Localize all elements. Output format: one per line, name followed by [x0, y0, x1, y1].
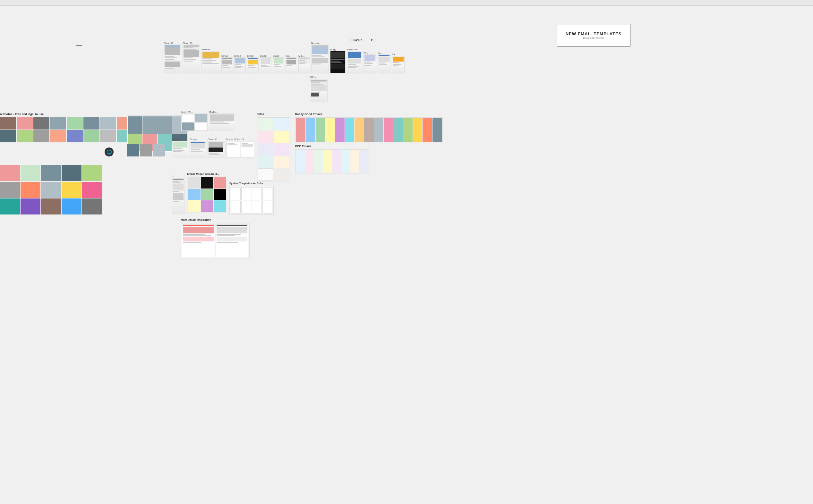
thumb-item-w2[interactable]: W...	[377, 51, 390, 73]
thumb-label-intr: Intr...	[285, 55, 291, 57]
photo-cell[interactable]	[62, 165, 81, 181]
photo-cell[interactable]	[17, 117, 33, 130]
thumb-more-email-inspiration[interactable]	[181, 223, 250, 258]
thumb-email1[interactable]	[221, 57, 233, 73]
free-photos-label: n Photos - Free and legal to use	[0, 113, 44, 116]
thumb-item-clean-c2[interactable]: Clean C...	[182, 42, 200, 73]
photo-cell[interactable]	[17, 130, 33, 142]
thumb-item-edgy[interactable]: Edgy	[330, 48, 345, 73]
thumb-intr[interactable]	[285, 57, 297, 73]
new-email-templates-title: NEW EMAIL TEMPLATES	[566, 31, 622, 36]
photo-cell[interactable]	[41, 198, 61, 214]
elegant-row: Elegant ... Simple ...	[172, 138, 255, 158]
thumb-item-ba[interactable]: Ba...	[392, 53, 404, 73]
thumb-newsle[interactable]	[201, 51, 220, 73]
thumb-salsa[interactable]	[257, 117, 290, 181]
photo-cell[interactable]	[50, 130, 66, 142]
thumb-label-w1: W...	[363, 51, 368, 54]
thumb-item-newsle[interactable]: Newsle...	[201, 48, 220, 73]
thumb-w2[interactable]	[377, 54, 390, 73]
globe-icon: 🌐	[105, 147, 114, 156]
photo-cell[interactable]	[67, 117, 83, 130]
n-thumb-item[interactable]: N...	[172, 172, 184, 214]
photo-cell[interactable]	[21, 198, 40, 214]
photo-cell[interactable]	[100, 117, 116, 130]
thumb-item-moder[interactable]: Moder...	[209, 111, 235, 131]
photo-cell[interactable]	[0, 165, 20, 181]
photo-cell[interactable]	[33, 130, 49, 142]
small-thumb-row	[127, 144, 165, 156]
thumb-email3[interactable]	[247, 57, 258, 73]
thumb-newsle2[interactable]	[311, 45, 329, 73]
photo-cell[interactable]	[50, 117, 66, 130]
photo-cell[interactable]	[83, 117, 99, 130]
photo-cell[interactable]	[62, 198, 81, 214]
thumb-ba[interactable]	[392, 56, 404, 73]
small-thumb[interactable]	[140, 144, 152, 156]
thumb-item-min[interactable]: Min...	[298, 55, 310, 73]
photo-cell[interactable]	[82, 182, 102, 198]
thumb-more-mo[interactable]	[181, 113, 207, 131]
thumb-item-clean-c3[interactable]: Clean C...	[207, 138, 224, 158]
photo-cell[interactable]	[41, 165, 61, 181]
thumb-item-newsle2[interactable]: Newsle...	[311, 42, 329, 73]
thumb-email2[interactable]	[234, 57, 246, 73]
thumb-edgy[interactable]	[330, 51, 345, 73]
thumb-item-welcome[interactable]: Welcome	[347, 48, 362, 73]
thumb-item-w1[interactable]: W...	[363, 51, 376, 73]
thumb-item-email3[interactable]: Email	[247, 55, 258, 73]
photo-cell[interactable]	[41, 182, 61, 198]
small-thumb[interactable]	[127, 144, 139, 156]
thumb-item-simple1[interactable]: Simple ...	[190, 138, 206, 158]
new-email-templates-box[interactable]: NEW EMAIL TEMPLATES Designed by Contact	[557, 24, 631, 46]
thumb-item-clean-c1[interactable]: Clean C...	[164, 42, 181, 73]
thumb-item-email5[interactable]: Email	[273, 55, 284, 73]
left-photo-grid	[0, 165, 102, 214]
small-dash	[76, 45, 82, 46]
photo-cell[interactable]	[0, 198, 20, 214]
thumb-rge[interactable]	[295, 117, 443, 143]
photo-cell[interactable]	[0, 117, 16, 130]
thumb-item-elegant[interactable]: Elegant ...	[172, 138, 188, 158]
photo-cell[interactable]	[21, 165, 40, 181]
thumb-item-intr[interactable]: Intr...	[285, 55, 297, 73]
more-email-inspiration-section: More email inspiration	[181, 216, 250, 258]
thumb-item-more-mo[interactable]: More Mo...	[181, 111, 207, 131]
photo-cell[interactable]	[21, 182, 40, 198]
small-thumb[interactable]	[153, 144, 165, 156]
photo-cell[interactable]	[67, 130, 83, 142]
photo-cell[interactable]	[62, 182, 81, 198]
thumb-simple1[interactable]	[190, 141, 206, 158]
thumb-clean-c1[interactable]	[164, 45, 181, 73]
thumb-item-email1[interactable]: Email	[221, 55, 233, 73]
thumb-system-templates[interactable]	[229, 186, 274, 215]
photo-cell[interactable]	[100, 130, 116, 142]
photo-cell[interactable]	[83, 130, 99, 142]
thumb-item-email4[interactable]: Email	[260, 55, 271, 73]
photo-cell[interactable]	[82, 165, 102, 181]
thumb-n[interactable]	[172, 178, 184, 214]
thumb-w1[interactable]	[363, 54, 376, 73]
thumb-welcome[interactable]	[347, 51, 362, 73]
thumb-label-newsle: Newsle...	[201, 48, 212, 51]
thumb-item-email2[interactable]: Email	[234, 55, 246, 73]
thumb-simple-suite[interactable]	[225, 141, 255, 158]
thumb-label-w2: W...	[377, 51, 382, 54]
thumb-bee[interactable]	[295, 149, 369, 173]
thumb-item-simple-suite[interactable]: Simple Suite - S...	[225, 138, 255, 158]
photo-cell[interactable]	[82, 198, 102, 214]
system-templates-section: System Templates for Refer...	[229, 180, 274, 215]
thumb-moder[interactable]	[209, 113, 235, 131]
thumb-elegant[interactable]	[172, 141, 188, 158]
thumb-email5[interactable]	[273, 57, 284, 73]
photo-cell[interactable]	[0, 182, 20, 198]
thumb-clean-c3[interactable]	[207, 141, 224, 158]
thumb-megan-gilmore[interactable]	[187, 176, 227, 213]
thumb-email4[interactable]	[260, 57, 271, 73]
megan-gilmore-section: Emails Megan Gilmore d...	[187, 172, 227, 213]
photo-cell[interactable]	[33, 117, 49, 130]
thumb-clean-c2[interactable]	[182, 45, 200, 73]
photo-cell[interactable]	[0, 130, 16, 142]
thumb-min[interactable]	[298, 57, 310, 73]
thumb-ne[interactable]	[310, 80, 327, 102]
